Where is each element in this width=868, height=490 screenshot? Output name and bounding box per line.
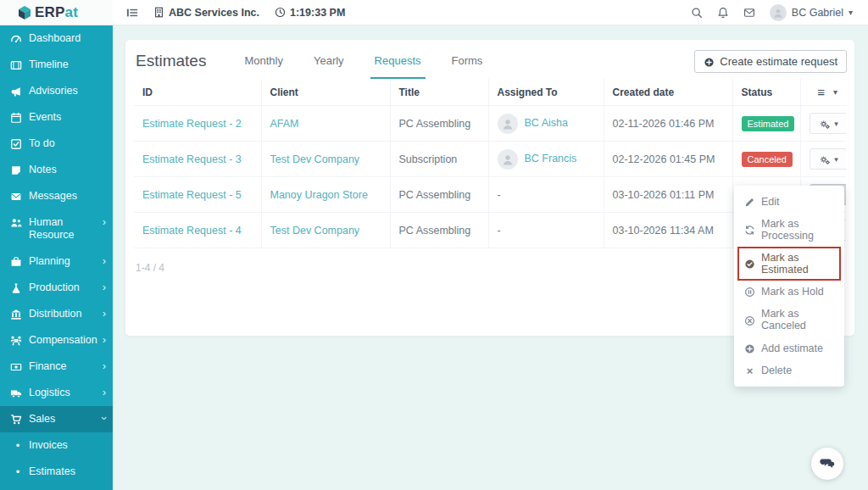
brand-text-at: at	[65, 4, 79, 20]
clock-indicator: 1:19:33 PM	[275, 7, 345, 19]
menu-item-mark-as-processing[interactable]: Mark as Processing	[734, 213, 844, 247]
title-text: PC Assembling	[399, 225, 471, 237]
created-date-text: 03-10-2026 11:34 AM	[613, 225, 714, 237]
plus-circle-icon	[744, 342, 755, 354]
menu-item-mark-as-canceled[interactable]: Mark as Canceled	[734, 303, 844, 337]
tab-monthly[interactable]: Monthly	[240, 43, 287, 79]
production-icon	[8, 281, 24, 294]
menu-item-label: Edit	[761, 196, 780, 208]
finance-icon	[8, 360, 24, 373]
user-menu[interactable]: BC Gabriel ▾	[770, 4, 853, 21]
sidebar-item-human-resource[interactable]: Human Resource›	[0, 209, 113, 248]
sidebar-item-logistics[interactable]: Logistics›	[0, 380, 113, 406]
menu-item-label: Mark as Estimated	[761, 252, 834, 276]
created-date-text: 02-12-2026 01:45 PM	[613, 153, 715, 165]
client-link[interactable]: AFAM	[270, 118, 299, 130]
app-logo[interactable]: ERPat	[0, 0, 113, 25]
sidebar-item-items[interactable]: •Items	[0, 485, 113, 490]
sidebar-item-label: To do	[29, 137, 106, 150]
planning-icon	[8, 255, 24, 268]
created-date-text: 02-11-2026 01:46 PM	[613, 118, 715, 130]
sidebar-item-notes[interactable]: Notes	[0, 157, 113, 183]
sidebar-item-invoices[interactable]: •Invoices	[0, 432, 113, 459]
chevron-right-icon: ›	[103, 334, 106, 345]
table-actions-header: ≡▾	[800, 79, 846, 106]
assigned-to-link[interactable]: BC Francis	[525, 153, 577, 164]
chat-fab-button[interactable]	[811, 448, 843, 480]
column-header-title: Title	[390, 79, 488, 106]
estimate-request-id-link[interactable]: Estimate Request - 5	[142, 189, 242, 201]
sidebar-item-planning[interactable]: Planning›	[0, 248, 113, 275]
column-header-client: Client	[261, 79, 390, 106]
column-settings-button[interactable]: ≡▾	[817, 86, 837, 98]
notes-icon	[8, 164, 24, 176]
todo-icon	[8, 137, 24, 150]
title-text: PC Assembling	[399, 118, 471, 130]
sidebar-item-distribution[interactable]: Distribution›	[0, 301, 113, 327]
sidebar-item-production[interactable]: Production›	[0, 275, 113, 301]
mail-icon[interactable]	[743, 7, 755, 19]
sidebar-item-messages[interactable]: Messages	[0, 183, 113, 209]
times-icon: ×	[744, 365, 755, 376]
chevron-down-icon: ›	[98, 416, 109, 420]
caret-down-icon: ▾	[834, 155, 838, 164]
assigned-to-link[interactable]: BC Aisha	[525, 117, 568, 129]
tab-requests[interactable]: Requests	[370, 43, 426, 79]
sidebar-item-sales[interactable]: Sales›	[0, 406, 113, 432]
estimate-request-id-link[interactable]: Estimate Request - 4	[142, 225, 242, 237]
tab-yearly[interactable]: Yearly	[309, 43, 348, 79]
company-indicator: ABC Services Inc.	[153, 7, 259, 19]
sidebar-nav: DashboardTimelineAdvisoriesEventsTo doNo…	[0, 25, 113, 490]
caret-down-icon: ▾	[849, 8, 853, 17]
sidebar-item-estimates[interactable]: •Estimates	[0, 459, 113, 485]
sidebar-item-label: Sales	[29, 413, 99, 426]
search-icon[interactable]	[691, 7, 703, 19]
menu-item-delete[interactable]: ×Delete	[734, 359, 844, 381]
client-link[interactable]: Test Dev Company	[270, 225, 360, 237]
sidebar-toggle-icon[interactable]	[126, 7, 138, 19]
sidebar-item-label: Production	[29, 281, 99, 294]
column-header-id: ID	[134, 79, 261, 106]
chevron-right-icon: ›	[103, 360, 106, 371]
client-link[interactable]: Test Dev Company	[270, 153, 360, 165]
human-resource-icon	[8, 216, 24, 229]
create-estimate-request-button[interactable]: Create estimate request	[694, 50, 847, 73]
compensation-icon	[8, 334, 24, 347]
chevron-right-icon: ›	[103, 308, 106, 319]
row-actions-button[interactable]: ▾	[810, 148, 847, 170]
avatar	[770, 4, 787, 21]
client-link[interactable]: Manoy Uragon Store	[270, 189, 368, 201]
notifications-bell-icon[interactable]	[717, 7, 729, 19]
sidebar-item-dashboard[interactable]: Dashboard	[0, 25, 113, 52]
sidebar-item-label: Human Resource	[29, 216, 99, 242]
company-name: ABC Services Inc.	[169, 7, 259, 19]
menu-item-add-estimate[interactable]: Add estimate	[734, 337, 844, 359]
sidebar-item-to-do[interactable]: To do	[0, 131, 113, 157]
check-circle-icon	[744, 258, 755, 270]
sidebar-item-compensation[interactable]: Compensation›	[0, 327, 113, 354]
sidebar-item-events[interactable]: Events	[0, 104, 113, 131]
row-actions-button[interactable]: ▾	[810, 113, 847, 134]
sidebar-item-label: Dashboard	[29, 32, 106, 45]
main-content: Estimates MonthlyYearlyRequestsForms Cre…	[113, 25, 868, 490]
sales-icon	[8, 413, 24, 426]
menu-item-mark-as-hold[interactable]: Mark as Hold	[734, 281, 844, 303]
tab-forms[interactable]: Forms	[448, 43, 487, 79]
pencil-icon	[744, 196, 755, 208]
estimate-request-id-link[interactable]: Estimate Request - 3	[142, 153, 242, 165]
sidebar-item-finance[interactable]: Finance›	[0, 354, 113, 380]
sidebar-item-label: Distribution	[29, 308, 99, 320]
chevron-right-icon: ›	[103, 216, 106, 227]
timeline-icon	[8, 58, 24, 71]
estimate-request-id-link[interactable]: Estimate Request - 2	[142, 118, 242, 130]
sidebar-item-timeline[interactable]: Timeline	[0, 52, 113, 78]
menu-item-label: Mark as Hold	[761, 286, 824, 298]
sidebar-item-advisories[interactable]: Advisories	[0, 78, 113, 104]
menu-item-edit[interactable]: Edit	[734, 191, 844, 213]
title-text: PC Assembling	[399, 189, 471, 201]
created-date-text: 03-10-2026 01:11 PM	[613, 189, 715, 201]
row-actions-menu: EditMark as ProcessingMark as EstimatedM…	[734, 186, 844, 387]
sidebar-item-label: Planning	[29, 255, 99, 268]
logo-cube-icon	[17, 5, 32, 20]
menu-item-mark-as-estimated[interactable]: Mark as Estimated	[737, 247, 841, 281]
